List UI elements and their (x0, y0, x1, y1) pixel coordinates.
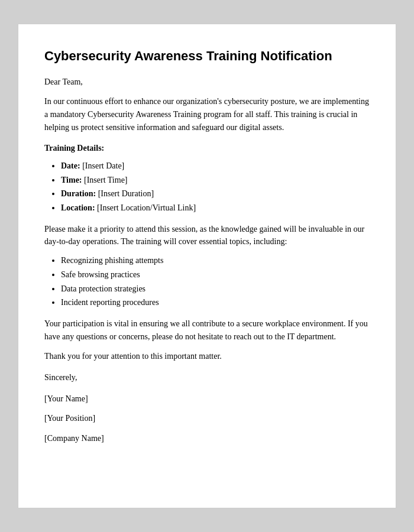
topics-intro: Please make it a priority to attend this… (44, 223, 370, 248)
intro-paragraph: In our continuous effort to enhance our … (44, 95, 370, 134)
detail-label-duration: Duration: (61, 189, 98, 198)
salutation: Dear Team, (44, 76, 370, 89)
signature-company: [Company Name] (44, 432, 370, 445)
topics-list: Recognizing phishing attempts Safe brows… (61, 254, 370, 309)
detail-label-location: Location: (61, 203, 97, 212)
topic-3: Data protection strategies (61, 284, 145, 293)
list-item: Date: [Insert Date] (61, 160, 370, 173)
sincerely: Sincerely, (44, 371, 370, 384)
signature-position: [Your Position] (44, 412, 370, 425)
detail-value-date: [Insert Date] (82, 161, 124, 170)
list-item: Time: [Insert Time] (61, 174, 370, 187)
list-item: Incident reporting procedures (61, 296, 370, 309)
detail-value-time: [Insert Time] (84, 176, 128, 184)
training-details-heading: Training Details: (44, 142, 370, 155)
list-item: Location: [Insert Location/Virtual Link] (61, 202, 370, 215)
topic-2: Safe browsing practices (61, 270, 140, 279)
list-item: Duration: [Insert Duration] (61, 187, 370, 200)
list-item: Recognizing phishing attempts (61, 254, 370, 267)
list-item: Safe browsing practices (61, 268, 370, 281)
details-list: Date: [Insert Date] Time: [Insert Time] … (61, 160, 370, 215)
document: Cybersecurity Awareness Training Notific… (18, 24, 396, 508)
document-title: Cybersecurity Awareness Training Notific… (44, 48, 370, 65)
detail-label-date: Date: (61, 161, 82, 170)
participation-paragraph: Your participation is vital in ensuring … (44, 317, 370, 343)
list-item: Data protection strategies (61, 283, 370, 296)
topic-4: Incident reporting procedures (61, 298, 159, 307)
detail-label-time: Time: (61, 176, 84, 184)
detail-value-duration: [Insert Duration] (98, 189, 154, 198)
signature-name: [Your Name] (44, 392, 370, 406)
detail-value-location: [Insert Location/Virtual Link] (97, 203, 196, 212)
thank-you: Thank you for your attention to this imp… (44, 350, 370, 363)
topic-1: Recognizing phishing attempts (61, 256, 163, 265)
